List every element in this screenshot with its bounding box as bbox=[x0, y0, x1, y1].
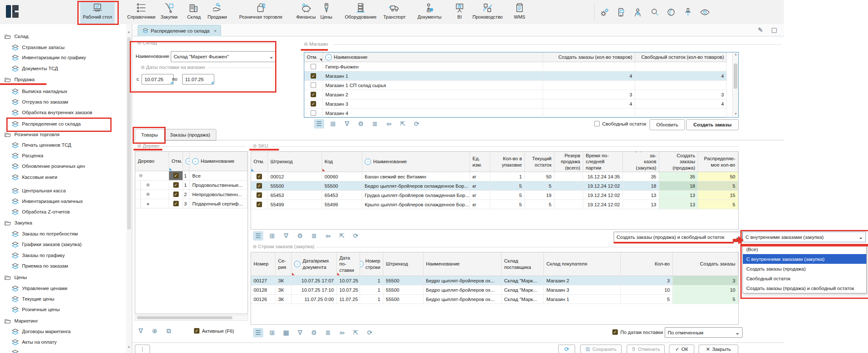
column-header[interactable]: Отм. bbox=[251, 152, 268, 172]
shops-table-scrollbar[interactable]: ▲ ▼ bbox=[732, 52, 738, 116]
table-row[interactable]: ✓6545365453Грудка цыплят-бройлеров охлаж… bbox=[251, 191, 738, 200]
leaf-node-icon[interactable]: ● bbox=[145, 201, 151, 206]
sidebar-item-маркетинг[interactable]: Маркетинг bbox=[0, 316, 38, 326]
export-icon[interactable]: ⇱ bbox=[398, 119, 408, 129]
column-header[interactable]: ⌄Номер строки bbox=[360, 252, 383, 276]
row-checkbox[interactable]: ✓ bbox=[257, 174, 262, 179]
filter-icon[interactable]: ⌄ bbox=[192, 158, 199, 164]
sidebar-item-распределение-со-склада[interactable]: Распределение со склада bbox=[0, 119, 81, 129]
row-checkbox[interactable]: ✓ bbox=[173, 192, 179, 197]
by-marked-select[interactable]: По отмеченным⌄ bbox=[665, 327, 742, 338]
column-header[interactable]: Штрихкод bbox=[268, 152, 322, 172]
table-row[interactable]: ✓Магазин 344 bbox=[304, 99, 727, 109]
warehouse-select[interactable]: Склад "Маркет Фьюжен"⌄ bbox=[171, 51, 276, 62]
menu-item-6[interactable]: Розничная торговля bbox=[237, 1, 285, 25]
numbered-list-icon[interactable]: ≣ bbox=[323, 328, 333, 337]
sidebar-item-продажа[interactable]: Продажа bbox=[0, 75, 35, 84]
column-header[interactable]: Дерево bbox=[135, 152, 169, 171]
menu-item-7[interactable]: Финансы bbox=[294, 1, 318, 25]
sidebar-item-страховые-запасы[interactable]: Страховые запасы bbox=[0, 43, 65, 52]
sidebar-item-отгрузка-по-заказам[interactable]: Отгрузка по заказам bbox=[0, 97, 68, 107]
sku-filter-select[interactable]: Создать заказы (продажа) и свободный ост… bbox=[614, 232, 742, 242]
by-delivery-dates-checkbox[interactable]: ✓ bbox=[612, 329, 618, 335]
filter-funnel-icon[interactable]: ∇ bbox=[136, 326, 146, 336]
expand-node-icon[interactable]: ⊕ bbox=[145, 192, 151, 197]
column-header[interactable]: Внутренних за- казов (закупка) на период bbox=[623, 152, 659, 172]
column-header[interactable]: Создать заказы (кол-во товаров) bbox=[543, 52, 635, 62]
column-header[interactable]: Ед. изм. bbox=[470, 152, 490, 172]
sidebar-item-цены[interactable]: Цены bbox=[0, 273, 27, 282]
sidebar-item-управление-ценами[interactable]: Управление ценами bbox=[0, 284, 67, 293]
date-from-input[interactable]: 10.07.25 bbox=[142, 74, 174, 85]
menu-item-5[interactable]: Продажи bbox=[205, 1, 229, 25]
sidebar-item-обновление-розничных-цен[interactable]: Обновление розничных цен bbox=[0, 161, 85, 171]
sidebar-item-инвентаризации-по-графику[interactable]: Инвентаризации по графику bbox=[0, 53, 86, 62]
sidebar-scroll-thumb[interactable] bbox=[127, 37, 131, 230]
filter-icon[interactable]: ⌄ bbox=[186, 158, 190, 164]
menu-item-2[interactable]: Справочники bbox=[125, 1, 158, 25]
filter-icon[interactable]: ⌄ bbox=[360, 261, 363, 267]
table-row[interactable]: Магазин 1 СП склад сырья bbox=[304, 81, 727, 90]
sidebar-item-заказы-по-потребностям[interactable]: Заказы по потребностям bbox=[0, 229, 78, 238]
row-checkbox[interactable]: ✓ bbox=[173, 173, 179, 178]
refresh-form-button[interactable]: ⟳ bbox=[558, 345, 575, 353]
column-header[interactable]: Кол-во в упаковке bbox=[490, 152, 525, 172]
row-checkbox[interactable] bbox=[311, 110, 316, 116]
sidebar-item-обработка-z-отчетов[interactable]: Обработка Z-отчетов bbox=[0, 207, 70, 216]
ok-button[interactable]: ✓ОК bbox=[669, 345, 694, 353]
view-grid-icon[interactable]: ⊞ bbox=[328, 119, 338, 129]
menu-item-11[interactable]: Документы bbox=[415, 1, 444, 25]
sidebar-item-обработка-внутренних-заказов[interactable]: Обработка внутренних заказов bbox=[0, 108, 92, 117]
menu-item-4[interactable]: Склад bbox=[185, 1, 203, 25]
table-row[interactable]: ⊖✓1Все bbox=[135, 171, 247, 181]
settings-gear-icon[interactable]: ⚙ bbox=[295, 231, 305, 241]
add-row-icon[interactable]: ≡+ bbox=[337, 328, 347, 337]
row-checkbox[interactable]: ✓ bbox=[173, 201, 179, 206]
row-checkbox[interactable]: ✓ bbox=[257, 192, 262, 198]
column-header[interactable]: Отм. bbox=[304, 52, 323, 62]
table-row[interactable]: 00127ЗК10.07.25 17:0710.07.25155500Бедро… bbox=[251, 276, 738, 285]
table-row[interactable]: Магазин 4 bbox=[304, 109, 727, 118]
eye-icon[interactable] bbox=[700, 7, 710, 17]
scroll-down-icon[interactable]: ▼ bbox=[127, 345, 131, 349]
filter-funnel-icon[interactable]: ∇ bbox=[281, 231, 291, 241]
tab-sale-orders[interactable]: Заказы (продажа) bbox=[164, 129, 216, 141]
tree-hscrollbar[interactable] bbox=[135, 315, 248, 321]
sidebar-item-розничные-цены[interactable]: Розничные цены bbox=[0, 305, 60, 314]
column-header[interactable]: Распределяе- мое кол-во bbox=[698, 152, 738, 172]
search-icon[interactable] bbox=[650, 7, 660, 17]
column-header[interactable]: Код bbox=[322, 152, 362, 172]
menu-item-1[interactable]: Рабочий стол bbox=[80, 1, 115, 25]
dropdown-option[interactable]: Создать заказы (продажа) и свободный ост… bbox=[743, 283, 866, 293]
free-stock-checkbox[interactable] bbox=[594, 121, 600, 126]
dropdown-option[interactable]: (Все) bbox=[743, 244, 866, 254]
create-orders-button[interactable]: Создать заказы bbox=[686, 119, 739, 130]
calendar-icon[interactable]: ▦ bbox=[281, 328, 291, 337]
column-header[interactable]: Склад покупателя bbox=[544, 252, 621, 276]
table-row[interactable]: 00126ЗК11.07.25 0:0011.07.25155500Бедро … bbox=[251, 295, 738, 304]
column-header[interactable]: ⌄Наименование bbox=[362, 152, 470, 172]
column-header[interactable]: Штрихкод bbox=[383, 252, 423, 276]
table-row[interactable]: Гипер-Фьюжен bbox=[304, 62, 727, 71]
column-header[interactable]: Текущий остаток bbox=[525, 152, 554, 172]
sidebar-item-приемка-по-заказам[interactable]: Приемка по заказам bbox=[0, 261, 68, 271]
column-header[interactable]: Время по- следней партии bbox=[583, 152, 623, 172]
close-button[interactable]: ✕Закрыть bbox=[699, 345, 738, 353]
tab-goods[interactable]: Товары bbox=[135, 129, 164, 141]
paste-all-icon[interactable]: ⧉ bbox=[164, 326, 174, 336]
clock-icon[interactable] bbox=[666, 7, 676, 17]
expand-node-icon[interactable]: ⊕ bbox=[145, 182, 151, 188]
settings-gear-icon[interactable]: ⚙ bbox=[356, 119, 366, 129]
column-header[interactable]: Резерв продажа (всего) bbox=[554, 152, 583, 172]
sidebar-item-графики-заказов-закупка-[interactable]: Графики заказов (закупка) bbox=[0, 240, 82, 249]
table-row[interactable]: ✓5549955499Крыло цыплят-бройлеров охлажд… bbox=[251, 200, 738, 209]
tab-close-icon[interactable]: × bbox=[214, 28, 216, 33]
row-checkbox[interactable]: ✓ bbox=[257, 202, 262, 207]
column-header[interactable]: Се- рия bbox=[276, 252, 292, 276]
view-grid-icon[interactable]: ⊞ bbox=[267, 328, 277, 337]
sidebar-item-текущие-цены[interactable]: Текущие цены bbox=[0, 294, 55, 304]
expand-icon[interactable]: ▢ bbox=[771, 26, 777, 34]
table-row[interactable]: ⊕✓2Непродовольственн... bbox=[135, 190, 247, 199]
sidebar-item-розничная-торговля[interactable]: Розничная торговля bbox=[0, 130, 60, 139]
sidebar-item-выписка-накладных[interactable]: Выписка накладных bbox=[0, 87, 67, 96]
